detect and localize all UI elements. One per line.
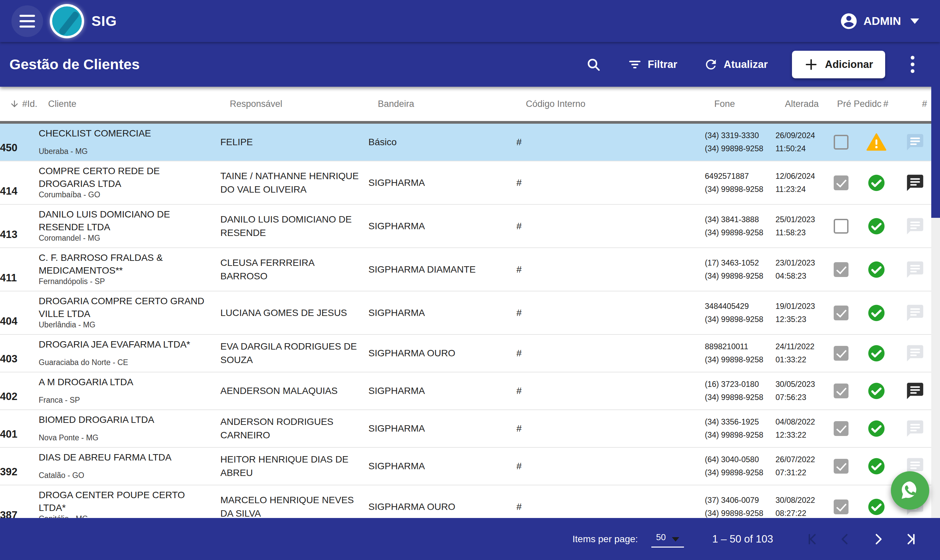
- cell-codigo-interno: #: [516, 263, 705, 276]
- message-bubble-icon[interactable]: [905, 132, 925, 152]
- pre-pedido-checkbox[interactable]: [833, 262, 849, 277]
- pre-pedido-checkbox[interactable]: [833, 383, 849, 398]
- fone-line2: (34) 99898-9258: [705, 353, 775, 366]
- alterada-date: 30/05/2023: [775, 378, 827, 391]
- message-bubble-icon[interactable]: [905, 217, 925, 236]
- cell-fone: (34) 3841-3888 (34) 99898-9258: [705, 213, 775, 239]
- fone-line1: (64) 3040-0580: [705, 453, 775, 466]
- add-button[interactable]: Adicionar: [792, 51, 885, 78]
- cell-id: 403: [0, 337, 39, 370]
- pre-pedido-checkbox[interactable]: [833, 346, 849, 361]
- cell-pre-pedido: [827, 346, 855, 361]
- header-pre-pedido: Pré Pedidc: [837, 99, 864, 109]
- cell-alterada: 04/08/2022 12:33:22: [775, 415, 827, 442]
- user-menu[interactable]: ADMIN: [837, 11, 921, 31]
- fone-line1: 3484405429: [705, 300, 775, 313]
- alterada-date: 30/08/2022: [775, 494, 827, 507]
- fone-line2: (34) 99898-9258: [705, 226, 775, 239]
- table-row[interactable]: 404 DROGARIA COMPRE CERTO GRAND VILLE LT…: [0, 291, 940, 335]
- message-bubble-icon[interactable]: [905, 343, 925, 363]
- cell-mensagens: 3: [898, 173, 932, 192]
- cell-id: 404: [0, 294, 39, 332]
- pre-pedido-checkbox[interactable]: [833, 219, 849, 234]
- menu-button[interactable]: [11, 5, 43, 37]
- pagination-bar: Items per page: 50 1 – 50 of 103: [0, 518, 940, 560]
- prev-page-button[interactable]: [838, 532, 852, 546]
- plus-icon: [804, 57, 818, 72]
- sort-desc-icon[interactable]: [9, 99, 20, 109]
- table-row[interactable]: 413 DANILO LUIS DOMICIANO DE RESENDE LTD…: [0, 205, 940, 248]
- client-city: Coromandel - MG: [39, 234, 210, 243]
- cell-alterada: 12/06/2024 11:23:24: [775, 170, 827, 196]
- alterada-time: 01:33:22: [775, 353, 827, 366]
- fone-line2: (34) 99898-9258: [705, 429, 775, 442]
- cell-cliente: DROGARIA JEA EVAFARMA LTDA* Guaraciaba d…: [39, 337, 220, 370]
- refresh-button[interactable]: Atualizar: [701, 57, 770, 72]
- message-bubble-icon[interactable]: [905, 303, 925, 323]
- add-label: Adicionar: [825, 58, 873, 71]
- pre-pedido-checkbox[interactable]: [833, 306, 849, 320]
- cell-responsavel: HEITOR HENRIQUE DIAS DE ABREU: [220, 453, 368, 480]
- pre-pedido-checkbox[interactable]: [833, 459, 849, 474]
- next-page-button[interactable]: [871, 532, 885, 546]
- alterada-date: 25/01/2023: [775, 213, 827, 226]
- table-row[interactable]: 401 BIOMED DROGARIA LTDA Nova Ponte - MG…: [0, 410, 940, 448]
- table-row[interactable]: 450 CHECKLIST COMERCIAE Uberaba - MG FEL…: [0, 124, 940, 162]
- message-bubble-icon[interactable]: [905, 381, 925, 401]
- cell-codigo-interno: #: [516, 176, 705, 189]
- whatsapp-fab[interactable]: [891, 471, 929, 509]
- first-page-button[interactable]: [806, 532, 819, 546]
- client-city: Catalão - GO: [39, 471, 210, 480]
- first-page-icon: [806, 542, 819, 547]
- cell-alterada: 26/07/2022 07:31:22: [775, 453, 827, 479]
- cell-alterada: 30/08/2022 08:27:22: [775, 494, 827, 520]
- message-bubble-icon[interactable]: [905, 173, 925, 192]
- table-row[interactable]: 414 COMPRE CERTO REDE DE DROGARIAS LTDA …: [0, 162, 940, 205]
- cell-pre-pedido: [827, 306, 855, 320]
- pre-pedido-checkbox[interactable]: [833, 175, 849, 190]
- alterada-time: 11:23:24: [775, 183, 827, 196]
- items-per-page-value: 50: [656, 532, 666, 543]
- client-city: Fernandópolis - SP: [39, 277, 210, 286]
- pre-pedido-checkbox[interactable]: [833, 421, 849, 436]
- table-row[interactable]: 402 A M DROGARIA LTDA Franca - SP AENDER…: [0, 372, 940, 410]
- cell-cliente: C. F. BARROSO FRALDAS & MEDICAMENTOS** F…: [39, 250, 220, 289]
- status-cell: [855, 381, 898, 401]
- cell-responsavel: DANILO LUIS DOMICIANO DE RESENDE: [220, 213, 368, 240]
- cell-mensagens: 0: [898, 132, 932, 152]
- fone-line2: (34) 99898-9258: [705, 183, 775, 196]
- cell-alterada: 26/09/2024 11:50:24: [775, 129, 827, 155]
- message-bubble-icon[interactable]: [905, 419, 925, 438]
- cell-fone: (17) 3463-1052 (34) 99898-9258: [705, 257, 775, 283]
- cell-bandeira: SIGPHARMA: [368, 176, 516, 189]
- client-name: DANILO LUIS DOMICIANO DE RESENDE LTDA: [39, 208, 210, 234]
- header-id[interactable]: #Id.: [9, 99, 48, 109]
- message-bubble-icon[interactable]: [905, 260, 925, 279]
- alterada-date: 04/08/2022: [775, 415, 827, 429]
- cell-alterada: 25/01/2023 11:58:23: [775, 213, 827, 239]
- table-row[interactable]: 392 DIAS DE ABREU FARMA LTDA Catalão - G…: [0, 448, 940, 485]
- filter-button[interactable]: Filtrar: [625, 57, 679, 72]
- table-row[interactable]: 411 C. F. BARROSO FRALDAS & MEDICAMENTOS…: [0, 248, 940, 291]
- fone-line1: (34) 3841-3888: [705, 213, 775, 226]
- more-options-button[interactable]: [908, 52, 918, 76]
- cell-codigo-interno: #: [516, 346, 705, 360]
- client-name: A M DROGARIA LTDA: [39, 376, 210, 389]
- cell-responsavel: EVA DARGILA RODRIGUES DE SOUZA: [220, 340, 368, 367]
- scrollbar-thumb[interactable]: [931, 87, 940, 218]
- cell-fone: 3484405429 (34) 99898-9258: [705, 300, 775, 326]
- pre-pedido-checkbox[interactable]: [833, 135, 849, 149]
- table-row[interactable]: 403 DROGARIA JEA EVAFARMA LTDA* Guaracia…: [0, 335, 940, 372]
- client-city: Corumbaíba - GO: [39, 190, 210, 199]
- items-per-page-select[interactable]: 50: [651, 531, 684, 548]
- last-page-button[interactable]: [904, 532, 918, 546]
- search-button[interactable]: [584, 57, 603, 72]
- fone-line1: (16) 3723-0180: [705, 378, 775, 391]
- alterada-date: 19/01/2023: [775, 300, 827, 313]
- cell-bandeira: SIGPHARMA DIAMANTE: [368, 263, 516, 276]
- pre-pedido-checkbox[interactable]: [833, 500, 849, 514]
- page-title: Gestão de Clientes: [9, 56, 140, 72]
- client-name: DROGARIA JEA EVAFARMA LTDA*: [39, 338, 210, 351]
- page-toolbar: Gestão de Clientes Filtrar Atualizar Adi…: [0, 42, 940, 87]
- alterada-date: 23/01/2023: [775, 257, 827, 269]
